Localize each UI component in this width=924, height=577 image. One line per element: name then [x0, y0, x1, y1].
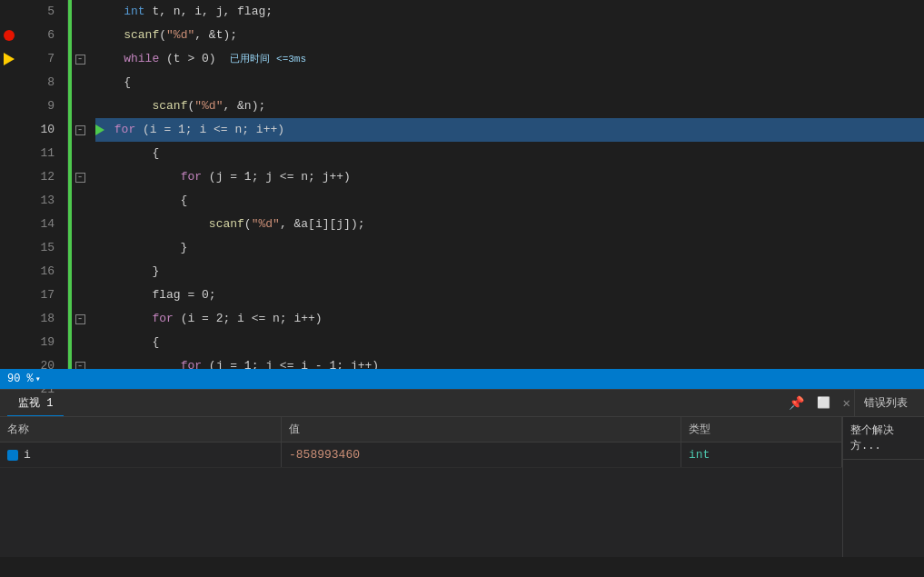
- line-num-12: 12: [18, 165, 60, 189]
- fold-gutter: - - - - -: [72, 0, 88, 389]
- bottom-panel: 监视 1 📌 ⬜ ✕ 错误列表 名称 值 类型: [0, 389, 924, 557]
- line-numbers: 5 6 7 8 9 10 11 12 13 14 15 16 17 18 19 …: [18, 0, 68, 389]
- breakpoint-dot[interactable]: [4, 30, 15, 41]
- code-line-17: flag = 0;: [95, 284, 924, 307]
- arrow-line7: [0, 47, 18, 71]
- tab-errors[interactable]: 错误列表: [854, 390, 917, 416]
- line-num-9: 9: [18, 95, 60, 118]
- line-num-14: 14: [18, 213, 60, 236]
- pin-icon[interactable]: 📌: [785, 393, 808, 413]
- breakpoint-gutter: [0, 0, 18, 389]
- right-panel-tab[interactable]: 整个解决方...: [843, 417, 924, 460]
- line-num-8: 8: [18, 71, 60, 95]
- dock-icon[interactable]: ⬜: [813, 394, 834, 412]
- fold-12[interactable]: -: [72, 165, 88, 189]
- zoom-bar: 90 % ▾: [0, 369, 924, 389]
- line-num-15: 15: [18, 236, 60, 260]
- code-content: int t, n, i, j, flag; scanf("%d", &t); w…: [88, 0, 924, 389]
- run-icon: [95, 124, 104, 135]
- fold-box-7[interactable]: -: [75, 55, 85, 65]
- line-num-10: 10: [18, 118, 60, 142]
- line-num-18: 18: [18, 307, 60, 331]
- code-line-14: scanf("%d", &a[i][j]);: [95, 213, 924, 236]
- code-line-5: int t, n, i, j, flag;: [95, 0, 924, 24]
- fold-box-12[interactable]: -: [75, 173, 85, 183]
- code-line-7: while (t > 0) 已用时间 <=3ms: [95, 47, 924, 71]
- code-line-16: }: [95, 260, 924, 284]
- code-line-19: {: [95, 331, 924, 354]
- line-num-6: 6: [18, 24, 60, 47]
- code-line-8: {: [95, 71, 924, 95]
- right-side-panel: 整个解决方...: [842, 417, 924, 557]
- code-line-9: scanf("%d", &n);: [95, 95, 924, 118]
- zoom-dropdown-icon[interactable]: ▾: [35, 373, 41, 384]
- watch-name-i: i: [0, 443, 282, 467]
- fold-box-10[interactable]: -: [75, 125, 85, 135]
- code-line-11: {: [95, 142, 924, 165]
- col-type-header: 类型: [681, 417, 842, 442]
- col-value-header: 值: [282, 417, 681, 442]
- panel-tab-actions: 📌 ⬜ ✕: [785, 393, 854, 413]
- code-line-18: for (i = 2; i <= n; i++): [95, 307, 924, 331]
- fold-18[interactable]: -: [72, 307, 88, 331]
- code-line-13: {: [95, 189, 924, 213]
- code-line-6: scanf("%d", &t);: [95, 24, 924, 47]
- line-num-7: 7: [18, 47, 60, 71]
- fold-7[interactable]: -: [72, 47, 88, 71]
- current-line-arrow: [4, 53, 15, 65]
- line-num-16: 16: [18, 260, 60, 284]
- time-badge: 已用时间 <=3ms: [230, 47, 306, 71]
- fold-10[interactable]: -: [72, 118, 88, 142]
- breakpoint-line6: [0, 24, 18, 47]
- line-num-5: 5: [18, 0, 60, 24]
- panel-body: 名称 值 类型 i -858993460 int: [0, 417, 924, 557]
- line-num-13: 13: [18, 189, 60, 213]
- watch-table-header: 名称 值 类型: [0, 417, 842, 443]
- col-name-header: 名称: [0, 417, 282, 442]
- code-line-10: for (i = 1; i <= n; i++): [95, 118, 924, 142]
- watch-value-i: -858993460: [282, 443, 681, 467]
- watch-panel: 名称 值 类型 i -858993460 int: [0, 417, 842, 557]
- watch-row-i: i -858993460 int: [0, 443, 842, 468]
- zoom-level: 90 %: [7, 373, 34, 385]
- fold-box-18[interactable]: -: [75, 314, 85, 324]
- line-num-11: 11: [18, 142, 60, 165]
- close-panel-icon[interactable]: ✕: [840, 393, 854, 413]
- code-line-15: }: [95, 236, 924, 260]
- line-num-17: 17: [18, 284, 60, 307]
- editor-area: 5 6 7 8 9 10 11 12 13 14 15 16 17 18 19 …: [0, 0, 924, 389]
- var-icon: [7, 450, 18, 461]
- watch-type-i: int: [681, 443, 842, 467]
- panel-tabs: 监视 1 📌 ⬜ ✕ 错误列表: [0, 390, 924, 417]
- line-num-19: 19: [18, 331, 60, 354]
- code-line-12: for (j = 1; j <= n; j++): [95, 165, 924, 189]
